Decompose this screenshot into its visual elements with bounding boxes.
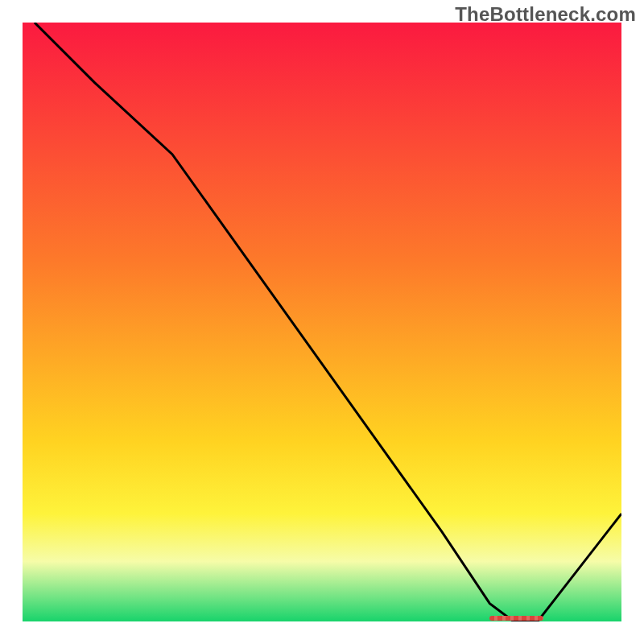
chart-frame: TheBottleneck.com — [0, 0, 644, 644]
minimum-marker — [489, 616, 543, 621]
gradient-background — [23, 23, 621, 621]
chart-svg — [23, 23, 621, 621]
plot-area — [23, 23, 621, 621]
